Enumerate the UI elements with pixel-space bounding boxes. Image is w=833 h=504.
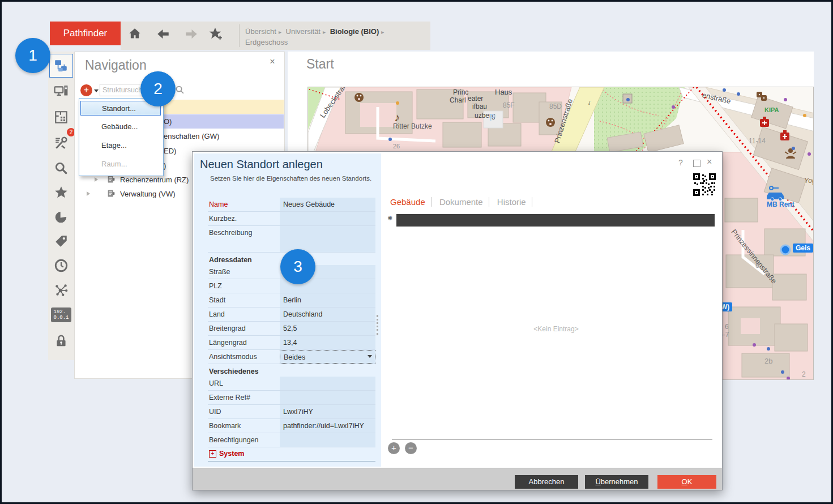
housenumber-label: 6 — [755, 262, 759, 270]
sidebar-item-tasks[interactable]: 2 — [49, 131, 73, 155]
building-entry-input[interactable] — [396, 214, 715, 227]
expand-arrow-icon[interactable] — [95, 177, 98, 182]
menu-item-gebaeude[interactable]: Gebäude... — [80, 119, 182, 134]
map-label: eater — [468, 95, 483, 102]
add-structure-button[interactable]: + — [80, 84, 92, 96]
breadcrumb-line2[interactable]: Erdgeschoss — [245, 38, 288, 46]
forward-icon[interactable] — [184, 27, 199, 41]
breadcrumb[interactable]: Übersicht▸ Universität▸ Biologie (BIO)▸ … — [245, 27, 426, 48]
parking-icon: P — [489, 113, 495, 123]
empty-list-placeholder: <Kein Eintrag> — [398, 325, 715, 333]
form-row-stadt: StadtBerlin — [208, 293, 375, 307]
ansichtsmodus-select[interactable]: Beides — [280, 350, 375, 364]
dialog-footer: Abbrechen Übernehmen OK — [193, 468, 722, 490]
search-icon — [54, 161, 69, 176]
expand-arrow-icon[interactable] — [87, 191, 90, 196]
tools-icon — [54, 135, 69, 150]
tab-dokumente[interactable]: Dokumente — [434, 197, 489, 207]
cancel-button[interactable]: Abbrechen — [515, 475, 578, 489]
structure-node-icon — [107, 176, 116, 184]
sidebar-item-search[interactable] — [49, 156, 73, 180]
lock-icon — [54, 334, 69, 348]
housenumber-label: 85D — [549, 102, 562, 110]
ip-address-icon: 192.0.0.1 — [51, 307, 71, 322]
ok-button[interactable]: OK — [657, 475, 716, 489]
poi-label: MB Rent — [767, 200, 794, 208]
berechtigungen-field[interactable] — [280, 433, 375, 447]
name-field[interactable]: Neues Gebäude — [280, 198, 375, 211]
stadt-field[interactable]: Berlin — [280, 293, 375, 307]
pie-chart-icon — [54, 210, 69, 224]
close-panel-button[interactable]: × — [267, 57, 277, 67]
apply-button[interactable]: Übernehmen — [585, 475, 648, 489]
expand-plus-icon[interactable]: + — [209, 450, 216, 458]
structure-tree-icon — [54, 58, 69, 73]
breadcrumb-item-current[interactable]: Biologie (BIO) — [330, 27, 379, 36]
beschreibung-field[interactable] — [280, 226, 375, 252]
tab-gebaeude[interactable]: Gebäude — [390, 197, 432, 207]
form-row-land: LandDeutschland — [208, 307, 375, 322]
breadcrumb-item[interactable]: Universität — [286, 27, 321, 36]
housenumber-label: 26 — [393, 143, 400, 150]
sidebar-item-security[interactable] — [49, 329, 73, 353]
sidebar-item-workstation[interactable] — [49, 80, 73, 104]
form-row-bookmark: Bookmarkpathfinder://uid=LwxI7iHY — [208, 419, 375, 433]
home-icon[interactable] — [127, 27, 142, 41]
chevron-down-icon[interactable] — [94, 89, 99, 92]
breadcrumb-item[interactable]: Übersicht — [245, 27, 276, 36]
sidebar-item-topology[interactable] — [49, 278, 73, 302]
building-badge[interactable]: Geis — [793, 244, 813, 253]
chevron-down-icon[interactable] — [368, 355, 372, 358]
housenumber-label: 85F — [503, 101, 515, 109]
poi-label: Ritter Butzke — [393, 122, 432, 130]
menu-item-etage[interactable]: Etage... — [80, 138, 182, 153]
laengengrad-field[interactable]: 13,4 — [280, 336, 375, 349]
housenumber-label: 11-14 — [749, 137, 766, 145]
url-field[interactable] — [280, 377, 375, 390]
bookmark-field[interactable]: pathfinder://uid=LwxI7iHY — [280, 419, 375, 433]
sidebar-item-reports[interactable] — [49, 205, 73, 229]
housenumber-label: 6 — [725, 323, 729, 331]
form-row-name: NameNeues Gebäude — [208, 198, 375, 212]
remove-entry-button[interactable]: − — [405, 442, 417, 454]
poi-label: KIPA — [764, 106, 779, 113]
search-icon[interactable] — [175, 85, 185, 95]
maximize-button[interactable] — [693, 160, 700, 167]
sidebar-item-favorites[interactable] — [49, 181, 73, 204]
map-label: Charl — [450, 96, 466, 104]
close-dialog-button[interactable]: × — [707, 157, 712, 167]
externe-ref-field[interactable] — [280, 391, 375, 404]
breadcrumb-separator-icon: ▸ — [276, 29, 284, 35]
back-icon[interactable] — [156, 27, 170, 41]
kurzbez-field[interactable] — [280, 212, 375, 225]
breitengrad-field[interactable]: 52,5 — [280, 322, 375, 335]
form-row-externe-ref: Externe Ref# — [208, 391, 375, 405]
required-marker-icon: ✱ — [387, 215, 392, 222]
sidebar-item-history[interactable] — [49, 254, 73, 277]
sidebar-item-tags[interactable] — [49, 229, 73, 253]
qr-code-icon — [693, 173, 716, 196]
tab-historie[interactable]: Historie — [492, 197, 532, 207]
add-entry-button[interactable]: + — [388, 442, 400, 454]
form-row-berechtigungen: Berechtigungen — [208, 433, 375, 447]
help-button[interactable]: ? — [678, 158, 683, 167]
map-label: ifbau — [472, 102, 487, 110]
form-row-beschreibung: Beschreibung — [208, 226, 375, 253]
form-row-kurzbez: Kurzbez. — [208, 212, 375, 226]
sidebar-item-floorplan[interactable] — [49, 105, 73, 129]
dialog-title: Neuen Standort anlegen — [200, 158, 323, 171]
sidebar-item-ip-addresses[interactable]: 192.0.0.1 — [49, 303, 73, 327]
scrollbar[interactable] — [377, 315, 380, 335]
section-system[interactable]: +System — [208, 447, 375, 462]
land-field[interactable]: Deutschland — [280, 307, 375, 321]
uid-field[interactable]: LwxI7iHY — [280, 405, 375, 418]
add-favorite-icon[interactable] — [208, 27, 223, 41]
palette-icon — [354, 93, 364, 102]
menu-item-raum[interactable]: Raum... — [80, 157, 182, 172]
computer-icon — [54, 84, 69, 99]
poi-label: Yog — [804, 177, 814, 185]
app-logo: Pathfinder — [50, 22, 121, 45]
page-title: Start — [306, 57, 334, 72]
sidebar-item-navigation[interactable] — [49, 54, 73, 78]
location-marker-icon — [781, 245, 790, 254]
